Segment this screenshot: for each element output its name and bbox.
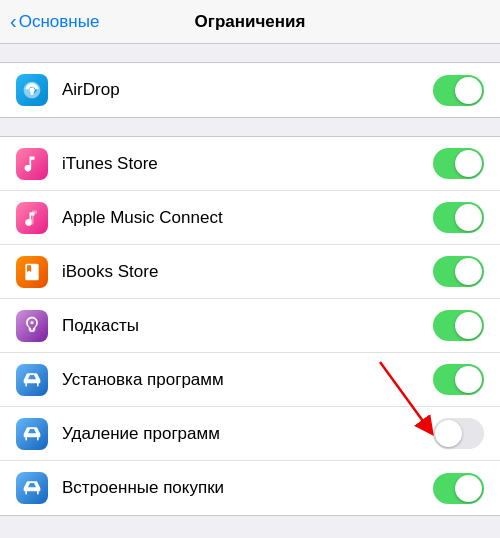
install-label: Установка программ: [62, 370, 433, 390]
settings-screen: ‹ Основные Ограничения AirDrop: [0, 0, 500, 516]
inapp-label: Встроенные покупки: [62, 478, 433, 498]
chevron-left-icon: ‹: [10, 10, 17, 33]
list-item: iBooks Store: [0, 245, 500, 299]
section-gap-top: [0, 44, 500, 62]
appstore-symbol2: [22, 424, 42, 444]
appstore-symbol: [22, 370, 42, 390]
list-item: Подкасты: [0, 299, 500, 353]
back-label: Основные: [19, 12, 100, 32]
music-label: Apple Music Connect: [62, 208, 433, 228]
airdrop-label: AirDrop: [62, 80, 433, 100]
toggle-knob: [455, 150, 482, 177]
delete-label: Удаление программ: [62, 424, 433, 444]
toggle-knob: [455, 258, 482, 285]
toggle-knob: [455, 77, 482, 104]
list-item: iTunes Store: [0, 137, 500, 191]
toggle-knob: [455, 204, 482, 231]
toggle-knob: [455, 366, 482, 393]
airdrop-symbol: [22, 80, 42, 100]
itunes-icon: [16, 148, 48, 180]
podcasts-label: Подкасты: [62, 316, 433, 336]
toggle-knob: [455, 475, 482, 502]
ibooks-label: iBooks Store: [62, 262, 433, 282]
podcasts-icon: [16, 310, 48, 342]
back-button[interactable]: ‹ Основные: [10, 10, 99, 33]
podcasts-toggle[interactable]: [433, 310, 484, 341]
section-apps: iTunes Store Apple Music Connect: [0, 136, 500, 516]
airdrop-icon: [16, 74, 48, 106]
ibooks-toggle[interactable]: [433, 256, 484, 287]
list-item: Встроенные покупки: [0, 461, 500, 515]
list-item: Установка программ: [0, 353, 500, 407]
itunes-toggle[interactable]: [433, 148, 484, 179]
section-airdrop: AirDrop: [0, 62, 500, 118]
music-symbol: [22, 208, 42, 228]
section-gap-mid: [0, 118, 500, 136]
delete-toggle[interactable]: [433, 418, 484, 449]
ibooks-icon: [16, 256, 48, 288]
music-icon: [16, 202, 48, 234]
appstore-inapp-icon: [16, 472, 48, 504]
itunes-label: iTunes Store: [62, 154, 433, 174]
list-item: AirDrop: [0, 63, 500, 117]
list-item: Удаление программ: [0, 407, 500, 461]
appstore-symbol3: [22, 478, 42, 498]
toggle-knob: [455, 312, 482, 339]
appstore-delete-icon: [16, 418, 48, 450]
music-toggle[interactable]: [433, 202, 484, 233]
itunes-symbol: [22, 154, 42, 174]
install-toggle[interactable]: [433, 364, 484, 395]
airdrop-toggle[interactable]: [433, 75, 484, 106]
toggle-knob: [435, 420, 462, 447]
podcasts-symbol: [22, 316, 42, 336]
navigation-header: ‹ Основные Ограничения: [0, 0, 500, 44]
page-title: Ограничения: [195, 12, 306, 32]
svg-point-2: [30, 321, 33, 324]
appstore-install-icon: [16, 364, 48, 396]
inapp-toggle[interactable]: [433, 473, 484, 504]
list-item: Apple Music Connect: [0, 191, 500, 245]
ibooks-symbol: [22, 262, 42, 282]
